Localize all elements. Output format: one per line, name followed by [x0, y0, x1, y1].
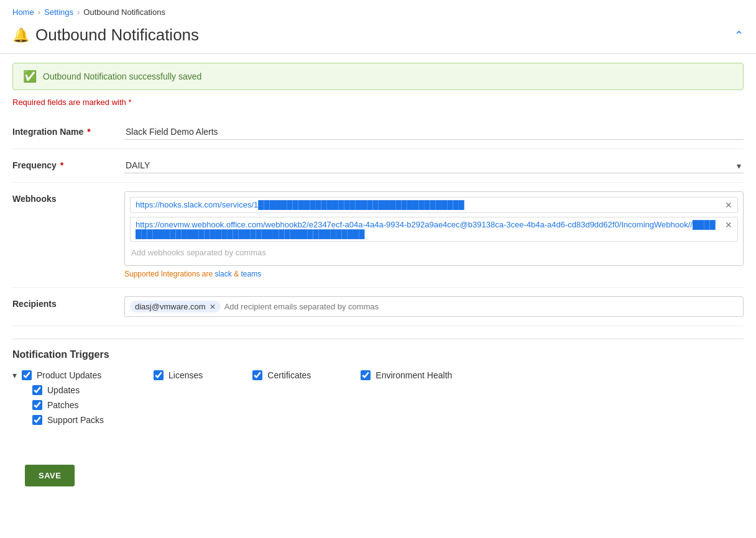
recipients-row: Recipients diasj@vmware.com ✕	[12, 288, 744, 326]
recipients-label: Recipients	[12, 296, 124, 309]
frequency-select[interactable]: DAILY WEEKLY MONTHLY	[124, 158, 744, 173]
success-banner: ✅ Outbound Notification successfully sav…	[12, 63, 744, 90]
page-title: Outbound Notifications	[35, 25, 199, 45]
integration-name-required: *	[87, 127, 90, 137]
licenses-checkbox[interactable]	[154, 370, 164, 380]
frequency-select-wrapper: DAILY WEEKLY MONTHLY ▾	[124, 158, 744, 173]
breadcrumb-current: Outbound Notifications	[83, 7, 165, 17]
collapse-icon[interactable]: ⌃	[734, 29, 744, 42]
webhooks-box[interactable]: https://hooks.slack.com/services/1██████…	[124, 191, 744, 266]
product-updates-header: ▾ Product Updates	[12, 370, 104, 380]
trigger-patches: Patches	[32, 400, 104, 410]
breadcrumb-home[interactable]: Home	[12, 7, 34, 17]
patches-checkbox[interactable]	[32, 400, 42, 410]
success-text: Outbound Notification successfully saved	[43, 71, 201, 81]
frequency-required: *	[60, 160, 63, 170]
recipients-input[interactable]	[224, 302, 738, 311]
certificates-checkbox[interactable]	[252, 370, 262, 380]
support-packs-checkbox[interactable]	[32, 415, 42, 425]
webhooks-label: Webhooks	[12, 191, 124, 204]
product-updates-collapse-btn[interactable]: ▾	[12, 370, 17, 380]
product-updates-checkbox[interactable]	[22, 370, 32, 380]
trigger-updates: Updates	[32, 385, 104, 395]
bell-icon: 🔔	[12, 27, 29, 43]
product-updates-label: Product Updates	[37, 370, 101, 380]
webhooks-control: https://hooks.slack.com/services/1██████…	[124, 191, 744, 278]
notification-triggers: Notification Triggers ▾ Product Updates …	[0, 339, 756, 440]
trigger-licenses: Licenses	[154, 370, 203, 380]
product-updates-section: ▾ Product Updates Updates Patches Suppor…	[12, 370, 104, 425]
recipients-box[interactable]: diasj@vmware.com ✕	[124, 296, 744, 317]
recipient-email-1: diasj@vmware.com	[135, 302, 206, 311]
teams-link[interactable]: teams	[241, 270, 261, 278]
webhooks-row: Webhooks https://hooks.slack.com/service…	[12, 183, 744, 288]
webhook-url-2: https://onevmw.webhook.office.com/webhoo…	[136, 220, 720, 239]
licenses-label: Licenses	[168, 370, 203, 380]
integration-name-row: Integration Name *	[12, 116, 744, 149]
save-button[interactable]: SAVE	[25, 465, 75, 486]
trigger-support-packs: Support Packs	[32, 415, 104, 425]
trigger-environment-health: Environment Health	[361, 370, 452, 380]
integration-name-input[interactable]	[124, 124, 744, 140]
frequency-row: Frequency * DAILY WEEKLY MONTHLY ▾	[12, 149, 744, 183]
triggers-row: ▾ Product Updates Updates Patches Suppor…	[12, 370, 744, 425]
environment-health-checkbox[interactable]	[361, 370, 371, 380]
form-section: Integration Name * Frequency * DAILY WEE…	[0, 116, 756, 326]
frequency-control: DAILY WEEKLY MONTHLY ▾	[124, 158, 744, 173]
webhook-placeholder[interactable]: Add webhooks separated by commas	[130, 245, 738, 260]
patches-label: Patches	[47, 400, 79, 410]
webhook-remove-2[interactable]: ✕	[725, 220, 732, 230]
triggers-title: Notification Triggers	[12, 349, 744, 360]
updates-label: Updates	[47, 385, 80, 395]
integration-name-control	[124, 124, 744, 140]
product-updates-children: Updates Patches Support Packs	[12, 385, 104, 425]
webhook-tag-1: https://hooks.slack.com/services/1██████…	[130, 197, 738, 213]
support-packs-label: Support Packs	[47, 415, 104, 425]
slack-link[interactable]: slack	[214, 270, 231, 278]
required-note: Required fields are marked with *	[0, 94, 756, 116]
trigger-certificates: Certificates	[252, 370, 311, 380]
save-section: SAVE	[0, 440, 756, 517]
updates-checkbox[interactable]	[32, 385, 42, 395]
breadcrumb-sep2: ›	[77, 7, 80, 17]
integration-name-label: Integration Name *	[12, 124, 124, 137]
breadcrumb-sep1: ›	[38, 7, 40, 17]
webhook-tag-2: https://onevmw.webhook.office.com/webhoo…	[130, 217, 738, 242]
breadcrumb: Home › Settings › Outbound Notifications	[0, 0, 756, 22]
required-asterisk: *	[128, 98, 131, 107]
page-header: 🔔 Outbound Notifications ⌃	[0, 22, 756, 54]
recipients-control: diasj@vmware.com ✕	[124, 296, 744, 317]
success-check-icon: ✅	[23, 70, 37, 83]
webhook-remove-1[interactable]: ✕	[725, 200, 732, 210]
environment-health-label: Environment Health	[376, 370, 452, 380]
frequency-label: Frequency *	[12, 158, 124, 170]
recipient-tag-1: diasj@vmware.com ✕	[130, 301, 221, 312]
webhook-url-1: https://hooks.slack.com/services/1██████…	[136, 200, 720, 209]
page-title-row: 🔔 Outbound Notifications	[12, 25, 199, 45]
recipient-remove-1[interactable]: ✕	[210, 303, 216, 311]
certificates-label: Certificates	[267, 370, 311, 380]
supported-note: Supported Integrations are slack & teams	[124, 270, 744, 278]
breadcrumb-settings[interactable]: Settings	[44, 7, 73, 17]
